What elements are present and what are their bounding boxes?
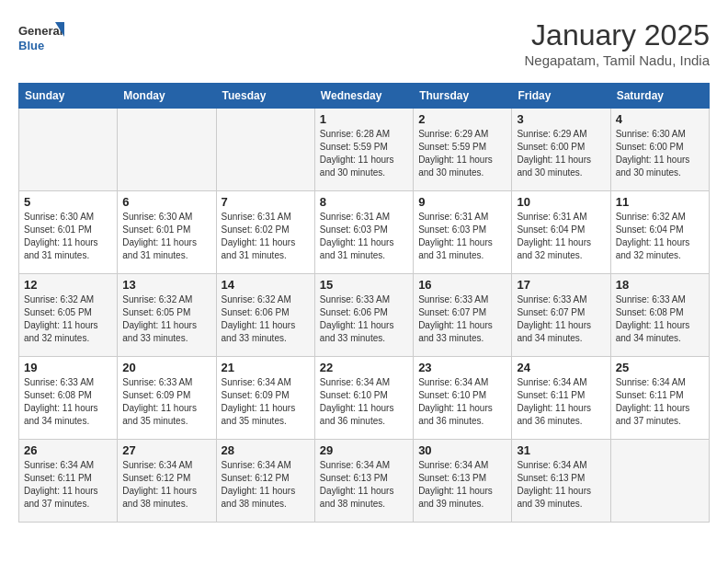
calendar-day-cell: 26Sunrise: 6:34 AMSunset: 6:11 PMDayligh… bbox=[19, 440, 118, 523]
day-info: Sunrise: 6:32 AMSunset: 6:06 PMDaylight:… bbox=[222, 293, 310, 345]
day-number: 4 bbox=[616, 112, 704, 126]
day-info: Sunrise: 6:33 AMSunset: 6:08 PMDaylight:… bbox=[616, 293, 704, 345]
day-info: Sunrise: 6:34 AMSunset: 6:11 PMDaylight:… bbox=[24, 459, 112, 511]
calendar-day-cell: 30Sunrise: 6:34 AMSunset: 6:13 PMDayligh… bbox=[414, 440, 512, 523]
day-number: 8 bbox=[320, 195, 408, 209]
calendar-week-row: 26Sunrise: 6:34 AMSunset: 6:11 PMDayligh… bbox=[19, 440, 710, 523]
day-info: Sunrise: 6:34 AMSunset: 6:13 PMDaylight:… bbox=[517, 459, 605, 511]
day-info: Sunrise: 6:33 AMSunset: 6:08 PMDaylight:… bbox=[24, 376, 112, 428]
calendar-day-cell: 17Sunrise: 6:33 AMSunset: 6:07 PMDayligh… bbox=[512, 274, 610, 357]
svg-text:Blue: Blue bbox=[18, 39, 44, 52]
day-info: Sunrise: 6:34 AMSunset: 6:11 PMDaylight:… bbox=[616, 376, 704, 428]
calendar-week-row: 19Sunrise: 6:33 AMSunset: 6:08 PMDayligh… bbox=[19, 357, 710, 440]
calendar-day-cell: 19Sunrise: 6:33 AMSunset: 6:08 PMDayligh… bbox=[19, 357, 118, 440]
calendar-week-row: 12Sunrise: 6:32 AMSunset: 6:05 PMDayligh… bbox=[19, 274, 710, 357]
page-header: General Blue January 2025 Negapatam, Tam… bbox=[18, 18, 710, 68]
day-number: 24 bbox=[517, 361, 605, 374]
day-number: 6 bbox=[122, 195, 210, 209]
weekday-header-friday: Friday bbox=[512, 84, 610, 109]
weekday-header-thursday: Thursday bbox=[414, 84, 512, 109]
day-number: 29 bbox=[320, 443, 408, 457]
day-info: Sunrise: 6:30 AMSunset: 6:00 PMDaylight:… bbox=[616, 128, 704, 179]
day-number: 17 bbox=[517, 278, 605, 292]
calendar-day-cell: 21Sunrise: 6:34 AMSunset: 6:09 PMDayligh… bbox=[216, 357, 314, 440]
calendar-day-cell: 20Sunrise: 6:33 AMSunset: 6:09 PMDayligh… bbox=[118, 357, 216, 440]
day-number: 25 bbox=[616, 361, 704, 374]
weekday-header-tuesday: Tuesday bbox=[216, 84, 314, 109]
weekday-header-sunday: Sunday bbox=[19, 84, 118, 109]
day-number: 1 bbox=[320, 112, 408, 126]
day-info: Sunrise: 6:33 AMSunset: 6:09 PMDaylight:… bbox=[122, 376, 210, 428]
calendar-day-cell: 5Sunrise: 6:30 AMSunset: 6:01 PMDaylight… bbox=[19, 191, 118, 274]
day-number: 12 bbox=[24, 278, 112, 292]
logo-svg: General Blue bbox=[18, 18, 64, 59]
calendar-day-cell: 10Sunrise: 6:31 AMSunset: 6:04 PMDayligh… bbox=[512, 191, 610, 274]
day-number: 20 bbox=[122, 361, 210, 374]
day-number: 21 bbox=[222, 361, 310, 374]
day-number: 3 bbox=[517, 112, 605, 126]
day-info: Sunrise: 6:32 AMSunset: 6:04 PMDaylight:… bbox=[616, 211, 704, 262]
day-number: 7 bbox=[222, 195, 310, 209]
calendar-day-cell: 8Sunrise: 6:31 AMSunset: 6:03 PMDaylight… bbox=[314, 191, 413, 274]
day-info: Sunrise: 6:32 AMSunset: 6:05 PMDaylight:… bbox=[24, 293, 112, 345]
empty-day-cell bbox=[216, 109, 314, 191]
day-info: Sunrise: 6:34 AMSunset: 6:13 PMDaylight:… bbox=[320, 459, 408, 511]
day-info: Sunrise: 6:34 AMSunset: 6:13 PMDaylight:… bbox=[418, 459, 506, 511]
day-number: 15 bbox=[320, 278, 408, 292]
calendar-day-cell: 9Sunrise: 6:31 AMSunset: 6:03 PMDaylight… bbox=[414, 191, 512, 274]
calendar-day-cell: 7Sunrise: 6:31 AMSunset: 6:02 PMDaylight… bbox=[216, 191, 314, 274]
day-number: 19 bbox=[24, 361, 112, 374]
day-number: 2 bbox=[418, 112, 506, 126]
day-number: 13 bbox=[122, 278, 210, 292]
day-info: Sunrise: 6:31 AMSunset: 6:03 PMDaylight:… bbox=[418, 211, 506, 262]
day-number: 26 bbox=[24, 443, 112, 457]
day-number: 18 bbox=[616, 278, 704, 292]
day-number: 30 bbox=[418, 443, 506, 457]
logo: General Blue bbox=[18, 18, 64, 59]
calendar-day-cell: 6Sunrise: 6:30 AMSunset: 6:01 PMDaylight… bbox=[118, 191, 216, 274]
calendar-day-cell: 22Sunrise: 6:34 AMSunset: 6:10 PMDayligh… bbox=[314, 357, 413, 440]
location-subtitle: Negapatam, Tamil Nadu, India bbox=[524, 52, 710, 68]
svg-text:General: General bbox=[18, 24, 63, 38]
day-info: Sunrise: 6:33 AMSunset: 6:07 PMDaylight:… bbox=[418, 293, 506, 345]
calendar-day-cell: 15Sunrise: 6:33 AMSunset: 6:06 PMDayligh… bbox=[314, 274, 413, 357]
day-number: 28 bbox=[222, 443, 310, 457]
calendar-day-cell: 25Sunrise: 6:34 AMSunset: 6:11 PMDayligh… bbox=[610, 357, 709, 440]
day-number: 10 bbox=[517, 195, 605, 209]
calendar-day-cell: 28Sunrise: 6:34 AMSunset: 6:12 PMDayligh… bbox=[216, 440, 314, 523]
day-number: 23 bbox=[418, 361, 506, 374]
calendar-week-row: 5Sunrise: 6:30 AMSunset: 6:01 PMDaylight… bbox=[19, 191, 710, 274]
calendar-week-row: 1Sunrise: 6:28 AMSunset: 5:59 PMDaylight… bbox=[19, 109, 710, 191]
day-number: 9 bbox=[418, 195, 506, 209]
calendar-day-cell: 24Sunrise: 6:34 AMSunset: 6:11 PMDayligh… bbox=[512, 357, 610, 440]
calendar-day-cell: 27Sunrise: 6:34 AMSunset: 6:12 PMDayligh… bbox=[118, 440, 216, 523]
day-info: Sunrise: 6:33 AMSunset: 6:07 PMDaylight:… bbox=[517, 293, 605, 345]
calendar-day-cell: 16Sunrise: 6:33 AMSunset: 6:07 PMDayligh… bbox=[414, 274, 512, 357]
day-info: Sunrise: 6:32 AMSunset: 6:05 PMDaylight:… bbox=[122, 293, 210, 345]
title-block: January 2025 Negapatam, Tamil Nadu, Indi… bbox=[524, 18, 710, 68]
month-title: January 2025 bbox=[524, 18, 710, 52]
day-info: Sunrise: 6:34 AMSunset: 6:11 PMDaylight:… bbox=[517, 376, 605, 428]
day-info: Sunrise: 6:31 AMSunset: 6:04 PMDaylight:… bbox=[517, 211, 605, 262]
day-info: Sunrise: 6:31 AMSunset: 6:03 PMDaylight:… bbox=[320, 211, 408, 262]
day-number: 31 bbox=[517, 443, 605, 457]
day-info: Sunrise: 6:34 AMSunset: 6:12 PMDaylight:… bbox=[222, 459, 310, 511]
day-number: 16 bbox=[418, 278, 506, 292]
weekday-header-row: SundayMondayTuesdayWednesdayThursdayFrid… bbox=[19, 84, 710, 109]
calendar-day-cell: 2Sunrise: 6:29 AMSunset: 5:59 PMDaylight… bbox=[414, 109, 512, 191]
day-number: 22 bbox=[320, 361, 408, 374]
calendar-day-cell: 1Sunrise: 6:28 AMSunset: 5:59 PMDaylight… bbox=[314, 109, 413, 191]
weekday-header-wednesday: Wednesday bbox=[314, 84, 413, 109]
empty-day-cell bbox=[19, 109, 118, 191]
day-info: Sunrise: 6:31 AMSunset: 6:02 PMDaylight:… bbox=[222, 211, 310, 262]
day-number: 5 bbox=[24, 195, 112, 209]
day-info: Sunrise: 6:28 AMSunset: 5:59 PMDaylight:… bbox=[320, 128, 408, 179]
day-info: Sunrise: 6:34 AMSunset: 6:10 PMDaylight:… bbox=[320, 376, 408, 428]
calendar-day-cell: 14Sunrise: 6:32 AMSunset: 6:06 PMDayligh… bbox=[216, 274, 314, 357]
calendar-day-cell: 31Sunrise: 6:34 AMSunset: 6:13 PMDayligh… bbox=[512, 440, 610, 523]
calendar-day-cell: 23Sunrise: 6:34 AMSunset: 6:10 PMDayligh… bbox=[414, 357, 512, 440]
calendar-day-cell: 29Sunrise: 6:34 AMSunset: 6:13 PMDayligh… bbox=[314, 440, 413, 523]
calendar-day-cell: 3Sunrise: 6:29 AMSunset: 6:00 PMDaylight… bbox=[512, 109, 610, 191]
empty-day-cell bbox=[118, 109, 216, 191]
calendar-table: SundayMondayTuesdayWednesdayThursdayFrid… bbox=[18, 83, 710, 523]
